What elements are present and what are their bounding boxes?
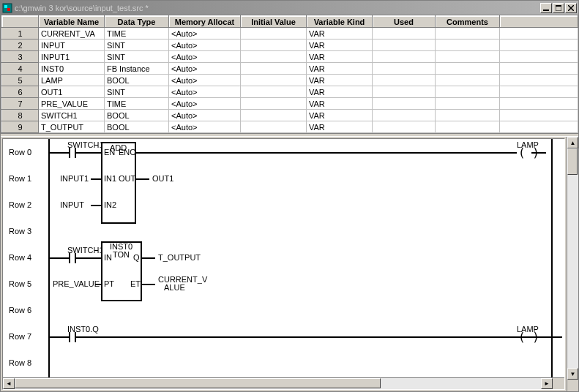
cell[interactable]: FB Instance [105,63,169,75]
column-header[interactable]: Data Type [105,16,169,28]
cell[interactable]: INPUT [39,39,105,51]
ladder-canvas-container[interactable]: Row 0Row 1Row 2Row 3Row 4Row 5Row 6Row 7… [2,138,565,390]
h-scroll-thumb[interactable] [15,378,381,388]
cell[interactable] [373,28,436,39]
cell[interactable] [500,98,578,110]
table-row[interactable]: 2INPUTSINT<Auto>VAR [2,39,578,51]
row-number[interactable]: 2 [2,39,39,51]
cell[interactable] [373,110,436,121]
cell[interactable]: INST0 [39,63,105,75]
cell[interactable] [373,98,436,110]
cell[interactable] [241,86,307,98]
cell[interactable] [500,28,578,39]
cell[interactable] [436,51,500,63]
table-row[interactable]: 8SWITCH1BOOL<Auto>VAR [2,110,578,121]
cell[interactable]: VAR [307,51,373,63]
table-row[interactable]: 5LAMPBOOL<Auto>VAR [2,75,578,86]
row-number[interactable]: 9 [2,121,39,133]
cell[interactable] [436,121,500,133]
cell[interactable]: VAR [307,121,373,133]
column-header[interactable]: Variable Kind [307,16,373,28]
cell[interactable]: SINT [105,86,169,98]
cell[interactable] [241,39,307,51]
column-header[interactable]: Comments [436,16,500,28]
scroll-up-button[interactable]: ▲ [567,137,578,148]
cell[interactable] [436,28,500,39]
maximize-button[interactable] [553,3,564,13]
cell[interactable]: BOOL [105,121,169,133]
cell[interactable]: CURRENT_VA [39,28,105,39]
cell[interactable]: VAR [307,75,373,86]
cell[interactable] [241,121,307,133]
cell[interactable]: T_OUTPUT [39,121,105,133]
cell[interactable]: <Auto> [169,121,241,133]
cell[interactable] [436,63,500,75]
cell[interactable] [500,121,578,133]
row-number[interactable]: 8 [2,110,39,121]
cell[interactable] [436,75,500,86]
cell[interactable] [241,110,307,121]
cell[interactable] [500,86,578,98]
column-header[interactable]: Memory Allocat [169,16,241,28]
row-number[interactable]: 7 [2,98,39,110]
scroll-down-button[interactable]: ▼ [567,368,578,380]
cell[interactable]: VAR [307,86,373,98]
h-scroll-track[interactable] [15,378,541,389]
cell[interactable] [500,51,578,63]
cell[interactable] [241,75,307,86]
cell[interactable] [241,98,307,110]
cell[interactable]: <Auto> [169,39,241,51]
cell[interactable]: VAR [307,39,373,51]
column-header[interactable]: Initial Value [241,16,307,28]
cell[interactable]: SINT [105,51,169,63]
cell[interactable] [500,39,578,51]
cell[interactable]: BOOL [105,110,169,121]
cell[interactable]: TIME [105,28,169,39]
cell[interactable]: TIME [105,98,169,110]
cell[interactable] [241,28,307,39]
cell[interactable] [241,63,307,75]
minimize-button[interactable] [540,3,552,13]
cell[interactable] [373,63,436,75]
cell[interactable] [500,110,578,121]
table-row[interactable]: 1CURRENT_VATIME<Auto>VAR [2,28,578,39]
row-number[interactable]: 6 [2,86,39,98]
cell[interactable]: <Auto> [169,28,241,39]
cell[interactable]: INPUT1 [39,51,105,63]
title-bar[interactable]: c:\gmwin 3 kor\source\input_test.src * [1,1,578,15]
column-header[interactable] [2,16,39,28]
cell[interactable]: <Auto> [169,51,241,63]
cell[interactable] [373,75,436,86]
close-button[interactable] [565,3,577,13]
cell[interactable]: <Auto> [169,110,241,121]
table-row[interactable]: 7PRE_VALUETIME<Auto>VAR [2,98,578,110]
row-number[interactable]: 5 [2,75,39,86]
table-row[interactable]: 3INPUT1SINT<Auto>VAR [2,51,578,63]
cell[interactable] [436,110,500,121]
row-number[interactable]: 4 [2,63,39,75]
cell[interactable]: VAR [307,28,373,39]
cell[interactable] [436,98,500,110]
column-header[interactable]: Used [373,16,436,28]
table-row[interactable]: 9T_OUTPUTBOOL<Auto>VAR [2,121,578,133]
v-scroll-track[interactable] [567,148,578,368]
cell[interactable]: VAR [307,110,373,121]
cell[interactable] [500,63,578,75]
cell[interactable]: SINT [105,39,169,51]
cell[interactable]: VAR [307,63,373,75]
column-header[interactable]: Variable Name [39,16,105,28]
cell[interactable] [436,39,500,51]
cell[interactable]: OUT1 [39,86,105,98]
table-row[interactable]: 4INST0FB Instance<Auto>VAR [2,63,578,75]
scroll-left-button[interactable]: ◄ [3,378,15,389]
scroll-right-button[interactable]: ► [541,378,553,389]
cell[interactable]: BOOL [105,75,169,86]
cell[interactable]: <Auto> [169,75,241,86]
row-number[interactable]: 3 [2,51,39,63]
cell[interactable]: <Auto> [169,86,241,98]
cell[interactable]: <Auto> [169,63,241,75]
cell[interactable] [373,86,436,98]
table-row[interactable]: 6OUT1SINT<Auto>VAR [2,86,578,98]
cell[interactable]: LAMP [39,75,105,86]
v-scroll-thumb[interactable] [567,148,578,175]
